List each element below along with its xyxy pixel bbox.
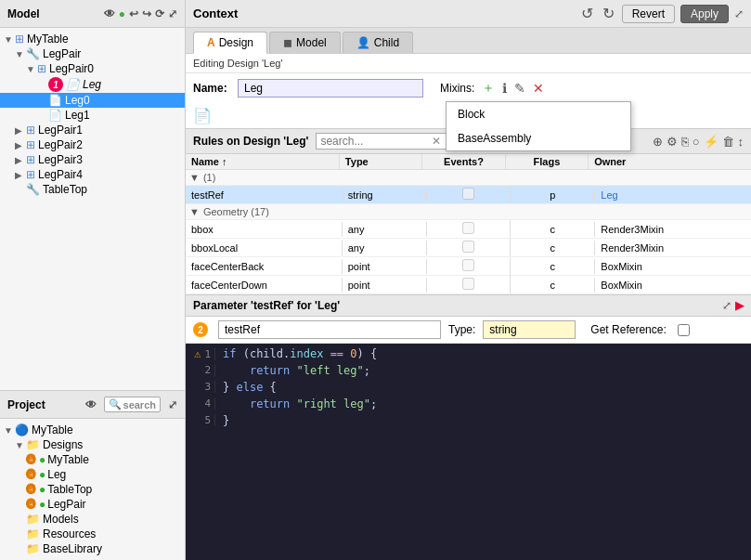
tree-item-leg[interactable]: 1 📄 Leg — [0, 76, 185, 93]
mixin-add-btn[interactable]: ＋ — [482, 80, 495, 97]
search-clear-icon[interactable]: ✕ — [432, 135, 441, 148]
group-arrow-geometry: ▼ — [189, 206, 200, 217]
rule-tool2-btn[interactable]: ⚙ — [667, 135, 678, 149]
eye-icon[interactable]: 👁 — [104, 7, 115, 20]
cell-name-facecenterdown: faceCenterDown — [186, 278, 343, 293]
tree-label-leg1: Leg1 — [65, 109, 90, 122]
tree-item-leg0[interactable]: 📄 Leg0 — [0, 93, 185, 108]
project-label-baselibrary: BaseLibrary — [43, 542, 102, 555]
param-name-input[interactable] — [218, 320, 441, 339]
tree-item-leg1[interactable]: 📄 Leg1 — [0, 108, 185, 123]
expand-icon[interactable]: ⤢ — [168, 7, 177, 20]
legpair-icon: 🔧 — [26, 47, 40, 60]
apply-button[interactable]: Apply — [680, 5, 729, 23]
mixin-info-btn[interactable]: ℹ — [502, 81, 507, 96]
type-input[interactable] — [483, 320, 576, 339]
project-search-box[interactable]: 🔍 search — [104, 397, 161, 412]
tree-item-legpair[interactable]: ▼ 🔧 LegPair — [0, 46, 185, 61]
ref-label: Get Reference: — [590, 323, 666, 336]
table-row-testref[interactable]: testRef string p Leg — [186, 186, 751, 204]
type-label: Type: — [448, 323, 475, 336]
context-expand-icon[interactable]: ⤢ — [734, 7, 744, 20]
cell-type-bboxlocal: any — [343, 241, 427, 255]
project-item-design-tabletop[interactable]: 🅐 ● TableTop — [0, 482, 185, 497]
tab-child-icon: 👤 — [356, 36, 370, 49]
ref-checkbox[interactable] — [678, 324, 690, 336]
mixin-remove-btn[interactable]: ✕ — [533, 81, 544, 96]
revert-button[interactable]: Revert — [622, 5, 675, 23]
dropdown-item-baseassembly[interactable]: BaseAssembly — [447, 126, 630, 150]
project-item-design-legpair[interactable]: 🅐 ● LegPair — [0, 497, 185, 512]
cell-events-testref — [427, 186, 511, 203]
line-num-1: ⚠ 1 — [186, 347, 215, 360]
tree-item-legpair0[interactable]: ▼ ⊞ LegPair0 — [0, 61, 185, 76]
project-item-design-mytable[interactable]: 🅐 ● MyTable — [0, 452, 185, 467]
cell-owner-facecenterback: BoxMixin — [595, 259, 751, 274]
dropdown-item-block[interactable]: Block — [447, 102, 630, 126]
param-expand-icon[interactable]: ⤢ — [722, 299, 732, 312]
code-editor[interactable]: ⚠ 1 if (child.index == 0) { 2 return "le… — [186, 344, 751, 560]
design-a-legpair-icon: 🅐 — [26, 499, 36, 510]
tree-item-legpair1[interactable]: ▶ ⊞ LegPair1 — [0, 123, 185, 137]
redo-icon[interactable]: ↪ — [142, 7, 151, 20]
cell-type-testref: string — [343, 188, 427, 202]
tree-label-legpair0: LegPair0 — [49, 62, 94, 75]
param-title: Parameter 'testRef' for 'Leg' — [193, 299, 340, 312]
table-group-1[interactable]: ▼ (1) — [186, 170, 751, 186]
param-close-icon[interactable]: ▶ — [735, 299, 744, 312]
undo-btn[interactable]: ↺ — [579, 4, 595, 23]
project-item-baselibrary[interactable]: 📁 BaseLibrary — [0, 541, 185, 556]
tab-model-icon: ◼ — [283, 36, 292, 49]
name-input[interactable] — [238, 79, 423, 98]
delete-rule-btn[interactable]: 🗑 — [722, 135, 734, 149]
eye-icon-project[interactable]: 👁 — [85, 398, 97, 411]
cell-flags-bbox: c — [511, 222, 595, 237]
name-label: Name: — [193, 82, 230, 95]
table-header: Name ↑ Type Events? Flags Owner — [186, 154, 751, 170]
rules-tools: ⊕ ⚙ ⎘ ○ ⚡ 🗑 ↕ — [653, 135, 744, 149]
checkbox-events-facecenterdown — [462, 278, 474, 290]
undo-icon[interactable]: ↩ — [129, 7, 138, 20]
tab-child[interactable]: 👤 Child — [343, 32, 413, 53]
tab-model[interactable]: ◼ Model — [269, 32, 341, 53]
tree-item-legpair2[interactable]: ▶ ⊞ LegPair2 — [0, 137, 185, 152]
search-icon-project: 🔍 — [109, 398, 122, 410]
tree-label-legpair4: LegPair4 — [38, 168, 83, 181]
project-item-design-leg[interactable]: 🅐 ● Leg — [0, 467, 185, 482]
design-a-tabletop-icon: 🅐 — [26, 484, 36, 495]
project-item-models[interactable]: 📁 Models — [0, 512, 185, 527]
table-row-facecenterdown[interactable]: faceCenterDown point c BoxMixin — [186, 276, 751, 294]
rules-title: Rules on Design 'Leg' — [193, 135, 308, 148]
project-item-designs[interactable]: ▼ 📁 Designs — [0, 437, 185, 452]
mixin-edit-btn[interactable]: ✎ — [514, 81, 525, 96]
add-rule-btn[interactable]: ⊕ — [653, 135, 663, 149]
tree-item-mytable[interactable]: ▼ ⊞ MyTable — [0, 32, 185, 46]
tree-item-legpair3[interactable]: ▶ ⊞ LegPair3 — [0, 152, 185, 167]
tree-item-tabletop[interactable]: 🔧 TableTop — [0, 182, 185, 197]
table-row-bboxlocal[interactable]: bboxLocal any c Render3Mixin — [186, 239, 751, 257]
expand-icon-project[interactable]: ⤢ — [168, 398, 177, 411]
tree-label-mytable: MyTable — [27, 33, 69, 46]
project-item-resources[interactable]: 📁 Resources — [0, 527, 185, 541]
tree-item-legpair4[interactable]: ▶ ⊞ LegPair4 — [0, 167, 185, 182]
line-num-4: 4 — [186, 397, 215, 410]
table-group-geometry[interactable]: ▼ Geometry (17) — [186, 204, 751, 220]
redo-btn[interactable]: ↻ — [601, 4, 616, 23]
circle-icon[interactable]: ● — [119, 7, 125, 20]
cell-owner-testref: Leg — [595, 188, 751, 202]
code-text-2: return "left leg"; — [223, 364, 370, 377]
rule-tool4-btn[interactable]: ○ — [693, 135, 700, 149]
param-row: 2 Type: Get Reference: — [186, 317, 751, 344]
sort-rule-btn[interactable]: ↕ — [738, 135, 745, 149]
project-item-mytable[interactable]: ▼ 🔵 MyTable — [0, 423, 185, 437]
table-row-facecenterback[interactable]: faceCenterBack point c BoxMixin — [186, 257, 751, 276]
table-icon: ⊞ — [15, 33, 24, 46]
refresh-icon[interactable]: ⟳ — [155, 7, 164, 20]
table-row-bbox[interactable]: bbox any c Render3Mixin — [186, 220, 751, 239]
copy-rule-btn[interactable]: ⎘ — [681, 135, 689, 149]
tab-design[interactable]: A Design — [193, 32, 267, 54]
rules-search-input[interactable] — [320, 135, 432, 148]
project-label-design-tabletop: TableTop — [47, 483, 92, 496]
doc-icon[interactable]: 📄 — [193, 108, 212, 124]
lightning-btn[interactable]: ⚡ — [704, 135, 719, 149]
